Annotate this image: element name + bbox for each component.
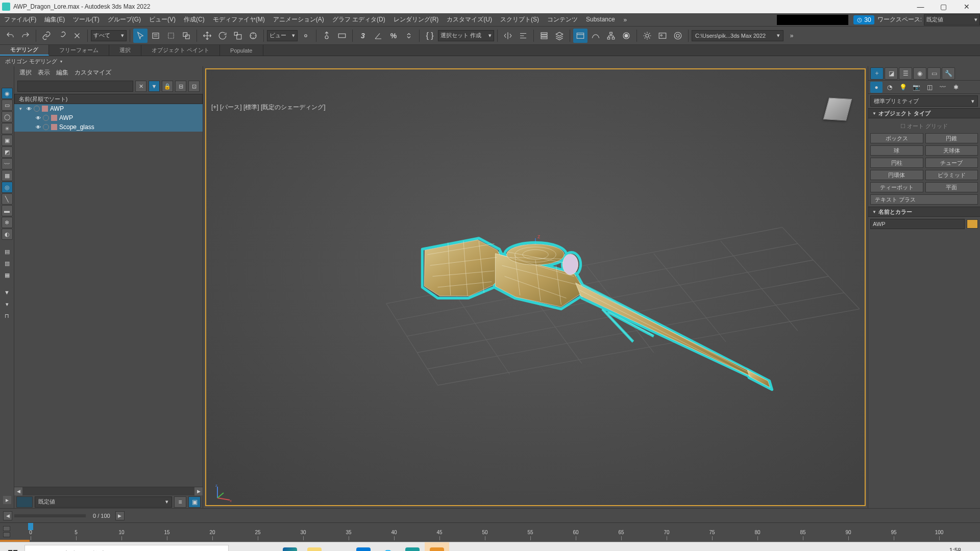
select-object-button[interactable] (133, 29, 148, 43)
menu-item[interactable]: ファイル(F) (0, 14, 40, 25)
maximize-button[interactable]: ▢ (932, 0, 955, 13)
ribbon-tab[interactable]: フリーフォーム (49, 45, 109, 56)
scale-button[interactable] (231, 29, 245, 43)
ribbon-tab[interactable]: オブジェクト ペイント (141, 45, 220, 56)
taskbar-chrome[interactable]: 🌐 (376, 542, 400, 552)
menu-item[interactable]: アニメーション(A) (269, 14, 328, 25)
systems-cat-icon[interactable]: ✱ (950, 82, 962, 93)
bind-button[interactable] (70, 29, 84, 43)
column-header-name[interactable]: 名前(昇順でソート) (14, 94, 203, 104)
filter-groups-icon[interactable]: ▦ (2, 170, 13, 181)
menu-item[interactable]: ツール(T) (69, 14, 103, 25)
ribbon-tab[interactable]: 選択 (109, 45, 141, 56)
start-button[interactable] (0, 542, 24, 552)
project-path[interactable]: C:\Users\pik...3ds Max 2022▾ (692, 30, 783, 41)
object-type-rollout[interactable]: オブジェクト タイプ (868, 108, 980, 118)
primitive-button[interactable]: 球 (870, 145, 923, 156)
task-view-icon[interactable]: ⊞ (253, 542, 278, 552)
select-region-rect[interactable] (164, 29, 178, 43)
scene-hscrollbar[interactable]: ◀▶ (14, 487, 203, 495)
percent-snap-button[interactable]: % (386, 29, 401, 43)
display-vertical-icon[interactable]: ▤ (2, 246, 13, 257)
taskbar-3dsmax[interactable]: 3 (400, 542, 425, 552)
ribbon-toggle[interactable] (573, 29, 587, 43)
filter-shapes-icon[interactable]: ◯ (2, 111, 13, 122)
account-box[interactable] (777, 15, 848, 25)
autogrid-checkbox[interactable]: オート グリッド (870, 120, 978, 133)
select-by-name-button[interactable] (149, 29, 163, 43)
tree-row[interactable]: 👁Scope_glass (14, 122, 203, 132)
menu-overflow[interactable]: » (619, 16, 631, 23)
filter-xrefs-icon[interactable]: ◎ (2, 182, 13, 193)
hierarchy-tab-icon[interactable]: ☰ (899, 67, 912, 80)
filter-helpers-icon[interactable]: ◩ (2, 146, 13, 158)
clear-search-icon[interactable]: ✕ (135, 81, 146, 92)
layer-button-2[interactable]: ▣ (188, 496, 201, 508)
toolbar-overflow[interactable]: » (785, 29, 799, 43)
search-filter-icon[interactable]: ▼ (149, 81, 160, 92)
filter-cameras-icon[interactable]: ▣ (2, 135, 13, 146)
name-color-rollout[interactable]: 名前とカラー (868, 207, 980, 217)
cortana-icon[interactable]: ○ (229, 542, 253, 552)
layer-select[interactable]: 既定値▾ (35, 496, 172, 508)
display-grid-icon[interactable]: ▦ (2, 269, 13, 281)
selection-filter[interactable]: すべて▾ (91, 30, 127, 41)
scene-search-input[interactable] (17, 81, 133, 92)
scene-menu-item[interactable]: 表示 (38, 68, 50, 77)
filter-funnel-icon[interactable]: ▼ (2, 287, 13, 298)
time-next-icon[interactable]: ▶ (115, 511, 125, 520)
pin-icon[interactable]: ⊟ (175, 81, 186, 92)
dock-icon[interactable]: ⊡ (188, 81, 200, 92)
filter-containers-icon[interactable]: ▬ (2, 205, 13, 216)
manipulate-button[interactable] (320, 29, 334, 43)
time-slider[interactable] (14, 514, 86, 517)
create-tab-icon[interactable]: ＋ (870, 67, 884, 80)
filter-all-icon[interactable]: ◉ (2, 88, 13, 99)
expand-strip-icon[interactable]: ▸ (3, 496, 11, 504)
layer-button-1[interactable]: ≡ (174, 496, 186, 508)
scene-menu-item[interactable]: カスタマイズ (75, 68, 111, 77)
taskbar-edge[interactable]: e (278, 542, 302, 552)
menu-item[interactable]: 作成(C) (180, 14, 209, 25)
primitive-button[interactable]: 円錐 (925, 133, 978, 143)
lock-icon[interactable]: 🔒 (162, 81, 173, 92)
menu-item[interactable]: レンダリング(R) (389, 14, 443, 25)
primitive-button[interactable]: 円環体 (870, 170, 923, 180)
cameras-cat-icon[interactable]: 📷 (910, 82, 922, 93)
viewport[interactable]: z (205, 68, 866, 506)
taskbar-mail[interactable]: ✉ (351, 542, 376, 552)
snap-3d-button[interactable]: 3 (356, 29, 370, 43)
shapes-cat-icon[interactable]: ◔ (884, 82, 896, 93)
placement-button[interactable] (246, 29, 260, 43)
primitive-button[interactable]: ティーポット (870, 182, 923, 192)
unlink-button[interactable] (55, 29, 69, 43)
close-button[interactable]: ✕ (955, 0, 978, 13)
taskbar-app[interactable]: ◆ (425, 542, 449, 552)
taskbar-store[interactable]: 🛍 (327, 542, 351, 552)
tree-row[interactable]: ▾👁AWP (14, 104, 203, 113)
schematic-view-button[interactable] (604, 29, 618, 43)
keyboard-shortcut-toggle[interactable] (335, 29, 349, 43)
rendered-frame-window[interactable] (655, 29, 670, 43)
primitive-button[interactable]: ピラミッド (925, 170, 978, 180)
layer-color-swatch[interactable] (16, 496, 33, 508)
render-production-button[interactable] (671, 29, 685, 43)
helpers-cat-icon[interactable]: ◫ (923, 82, 936, 93)
primitive-button[interactable]: チューブ (925, 158, 978, 168)
filter-bone-icon[interactable]: ╲ (2, 193, 13, 205)
scene-menu-item[interactable]: 編集 (56, 68, 68, 77)
filter-sort-icon[interactable]: ▾ (2, 298, 13, 310)
align-button[interactable] (516, 29, 530, 43)
display-tab-icon[interactable]: ▭ (927, 67, 941, 80)
menu-item[interactable]: スクリプト(S) (496, 14, 543, 25)
timeline-opt1[interactable] (3, 526, 10, 531)
edit-selection-set[interactable]: { } (423, 29, 437, 43)
menu-item[interactable]: Substance (582, 14, 619, 25)
angle-snap-button[interactable] (371, 29, 385, 43)
filter-lights-icon[interactable]: ☀ (2, 123, 13, 134)
geometry-cat-icon[interactable]: ● (870, 82, 883, 93)
menu-item[interactable]: ビュー(V) (145, 14, 180, 25)
tray-clock[interactable]: 1:58 2021/07/31 (930, 547, 961, 551)
timeline-opt2[interactable] (3, 532, 10, 537)
filter-geometry-icon[interactable]: ▭ (2, 99, 13, 111)
